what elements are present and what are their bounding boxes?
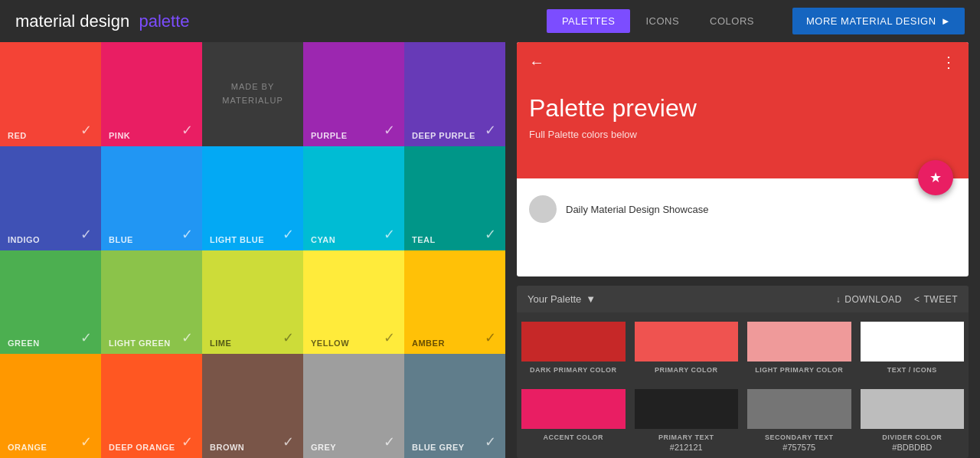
color-cell-deep-purple[interactable]: DEEP PURPLE ✓ xyxy=(404,42,505,146)
swatch-color-block xyxy=(861,389,965,429)
color-cell-light-green[interactable]: LIGHT GREEN ✓ xyxy=(101,250,202,355)
check-icon: ✓ xyxy=(283,226,294,243)
color-cell-green[interactable]: GREEN ✓ xyxy=(0,250,101,355)
swatch-label: PRIMARY COLOR xyxy=(635,366,739,374)
color-cell-deep-orange[interactable]: DEEP ORANGE ✓ xyxy=(101,354,202,458)
chevron-right-icon: ► xyxy=(941,15,951,27)
palette-bar-header: Your Palette ▼ ↓ DOWNLOAD < TWEET xyxy=(517,286,969,312)
color-cell-yellow[interactable]: YELLOW ✓ xyxy=(303,250,404,355)
check-icon: ✓ xyxy=(384,122,395,139)
swatch-color-block xyxy=(635,389,739,429)
color-cell-orange[interactable]: ORANGE ✓ xyxy=(0,354,101,458)
logo-palette: palette xyxy=(139,11,189,31)
preview-title: Palette preview xyxy=(529,94,956,123)
color-cell-made_by[interactable]: MADE BYMATERIALUP xyxy=(202,42,303,146)
color-cell-light-blue[interactable]: LIGHT BLUE ✓ xyxy=(202,146,303,250)
swatch-label: SECONDARY TEXT xyxy=(747,433,851,441)
check-icon: ✓ xyxy=(80,122,92,139)
swatch-color-block xyxy=(521,322,626,361)
main-content: RED ✓ PINK ✓ MADE BYMATERIALUP PURPLE ✓ … xyxy=(0,42,980,458)
check-icon: ✓ xyxy=(80,433,92,450)
tweet-button[interactable]: < TWEET xyxy=(914,294,958,305)
tab-palettes[interactable]: PALETTES xyxy=(547,9,631,33)
swatch-text-icons: TEXT / ICONS xyxy=(856,312,969,380)
swatch-label: PRIMARY TEXT xyxy=(635,433,739,441)
swatch-color-block xyxy=(747,322,851,361)
swatch-divider-color: DIVIDER COLOR #BDBDBD xyxy=(856,380,969,458)
palette-bar: Your Palette ▼ ↓ DOWNLOAD < TWEET DARK P… xyxy=(517,286,969,458)
preview-card: ← ⋮ Palette preview Full Palette colors … xyxy=(517,42,969,276)
swatch-color-block xyxy=(521,389,626,429)
color-cell-indigo[interactable]: INDIGO ✓ xyxy=(0,146,101,250)
check-icon: ✓ xyxy=(384,329,395,346)
color-cell-lime[interactable]: LIME ✓ xyxy=(202,250,303,355)
color-cell-teal[interactable]: TEAL ✓ xyxy=(404,146,505,250)
check-icon: ✓ xyxy=(485,122,496,139)
swatch-label: TEXT / ICONS xyxy=(861,366,965,374)
tab-colors[interactable]: COLORS xyxy=(694,9,769,33)
swatch-secondary-text: SECONDARY TEXT #757575 xyxy=(743,380,856,458)
swatch-value: #212121 xyxy=(635,443,739,452)
color-cell-blue[interactable]: BLUE ✓ xyxy=(101,146,202,250)
preview-content: Daily Material Design Showcase xyxy=(517,178,969,240)
header: material design palette PALETTES ICONS C… xyxy=(0,0,980,42)
swatch-label: ACCENT COLOR xyxy=(521,433,626,441)
check-icon: ✓ xyxy=(384,226,395,243)
swatch-color-block xyxy=(747,389,851,429)
fab-button[interactable]: ★ xyxy=(918,160,953,195)
tab-icons[interactable]: ICONS xyxy=(630,9,694,33)
swatch-dark-primary-color: DARK PRIMARY COLOR xyxy=(517,312,630,380)
avatar xyxy=(529,195,557,223)
palette-actions: ↓ DOWNLOAD < TWEET xyxy=(836,294,958,305)
color-cell-amber[interactable]: AMBER ✓ xyxy=(404,250,505,355)
swatch-primary-color: PRIMARY COLOR xyxy=(630,312,743,380)
logo-text: material design xyxy=(15,11,129,31)
color-cell-cyan[interactable]: CYAN ✓ xyxy=(303,146,404,250)
swatch-color-block xyxy=(635,322,739,361)
color-cell-pink[interactable]: PINK ✓ xyxy=(101,42,202,146)
download-icon: ↓ xyxy=(836,294,841,305)
check-icon: ✓ xyxy=(485,433,496,450)
palette-swatches: DARK PRIMARY COLOR PRIMARY COLOR LIGHT P… xyxy=(517,312,969,458)
color-cell-blue-grey[interactable]: BLUE GREY ✓ xyxy=(404,354,505,458)
swatch-primary-text: PRIMARY TEXT #212121 xyxy=(630,380,743,458)
nav-tabs: PALETTES ICONS COLORS xyxy=(547,9,769,33)
list-item-text: Daily Material Design Showcase xyxy=(566,204,708,215)
check-icon: ✓ xyxy=(485,329,496,346)
check-icon: ✓ xyxy=(181,329,193,346)
swatch-value: #757575 xyxy=(747,443,851,452)
color-cell-purple[interactable]: PURPLE ✓ xyxy=(303,42,404,146)
color-palette-grid: RED ✓ PINK ✓ MADE BYMATERIALUP PURPLE ✓ … xyxy=(0,42,505,458)
color-cell-red[interactable]: RED ✓ xyxy=(0,42,101,146)
back-icon[interactable]: ← xyxy=(529,54,544,71)
logo: material design palette xyxy=(15,11,547,31)
check-icon: ✓ xyxy=(181,122,193,139)
download-button[interactable]: ↓ DOWNLOAD xyxy=(836,294,902,305)
check-icon: ✓ xyxy=(80,329,92,346)
swatch-accent-color: ACCENT COLOR xyxy=(517,380,630,458)
chevron-down-icon: ▼ xyxy=(586,293,596,305)
preview-header-top: ← ⋮ xyxy=(529,53,956,71)
swatch-label: LIGHT PRIMARY COLOR xyxy=(747,366,851,374)
check-icon: ✓ xyxy=(485,226,496,243)
color-cell-brown[interactable]: BROWN ✓ xyxy=(202,354,303,458)
check-icon: ✓ xyxy=(283,329,294,346)
swatch-label: DIVIDER COLOR xyxy=(861,433,965,441)
star-icon: ★ xyxy=(929,169,942,186)
more-material-design-button[interactable]: MORE MATERIAL DESIGN ► xyxy=(792,8,965,34)
preview-header: ← ⋮ Palette preview Full Palette colors … xyxy=(517,42,969,178)
share-icon: < xyxy=(914,294,920,305)
check-icon: ✓ xyxy=(181,433,193,450)
check-icon: ✓ xyxy=(384,433,395,450)
swatch-label: DARK PRIMARY COLOR xyxy=(521,366,626,374)
preview-subtitle: Full Palette colors below xyxy=(529,129,956,140)
color-cell-grey[interactable]: GREY ✓ xyxy=(303,354,404,458)
made-by-text: MADE BYMATERIALUP xyxy=(222,80,283,107)
your-palette-label[interactable]: Your Palette ▼ xyxy=(528,293,596,305)
check-icon: ✓ xyxy=(80,226,92,243)
check-icon: ✓ xyxy=(283,433,294,450)
preview-list-item: Daily Material Design Showcase xyxy=(529,191,956,227)
swatch-light-primary-color: LIGHT PRIMARY COLOR xyxy=(743,312,856,380)
swatch-value: #BDBDBD xyxy=(861,443,965,452)
more-icon[interactable]: ⋮ xyxy=(941,53,956,71)
